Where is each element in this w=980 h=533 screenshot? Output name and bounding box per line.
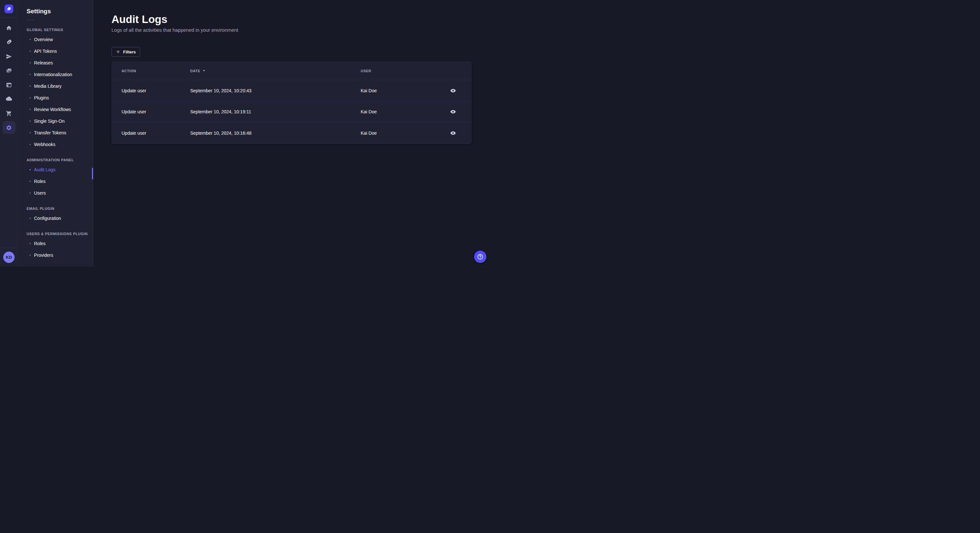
audit-logs-table: ACTION DATE ▼ USER Update user September… [111, 62, 471, 144]
sidebar-item-providers[interactable]: Providers [19, 249, 93, 261]
sidebar-item-audit-logs[interactable]: Audit Logs [19, 164, 93, 176]
sidebar-item-admin-roles[interactable]: Roles [19, 176, 93, 187]
sidebar-title: Settings [19, 8, 93, 15]
cell-user: Kai Doe [361, 109, 449, 114]
divider [27, 20, 34, 20]
section-label-email-plugin: EMAIL PLUGIN [27, 206, 93, 211]
cell-action: Update user [121, 88, 190, 93]
sidebar-item-overview[interactable]: Overview [19, 34, 93, 45]
eye-icon [450, 130, 456, 136]
table-row[interactable]: Update user September 10, 2024, 10:20:43… [112, 80, 471, 102]
cell-user: Kai Doe [361, 130, 449, 136]
avatar[interactable]: KD [3, 252, 14, 263]
nav-list-administration-panel: Audit Logs Roles Users [19, 164, 93, 199]
cell-date: September 10, 2024, 10:20:43 [190, 88, 361, 93]
strapi-logo-glyph [6, 6, 12, 12]
column-header-date-label: DATE [190, 69, 200, 73]
sort-desc-icon: ▼ [202, 70, 205, 72]
cell-date: September 10, 2024, 10:16:48 [190, 130, 361, 136]
layout-panel-icon[interactable] [3, 78, 16, 92]
main-content: Audit Logs Logs of all the activities th… [94, 0, 490, 266]
question-mark-icon [477, 253, 484, 260]
nav-list-global-settings: Overview API Tokens Releases Internation… [19, 34, 93, 150]
page-title: Audit Logs [111, 14, 471, 25]
page-subtitle: Logs of all the activities that happened… [111, 27, 471, 33]
eye-icon [450, 109, 456, 115]
sidebar-item-internationalization[interactable]: Internationalization [19, 69, 93, 80]
cell-action: Update user [121, 109, 190, 114]
sidebar-item-up-roles[interactable]: Roles [19, 238, 93, 249]
view-details-button[interactable] [449, 129, 457, 137]
active-item-indicator [92, 168, 93, 179]
home-icon[interactable] [3, 21, 16, 35]
cart-icon[interactable] [3, 106, 16, 121]
view-details-button[interactable] [449, 108, 457, 116]
section-label-global-settings: GLOBAL SETTINGS [27, 28, 93, 32]
sidebar-item-single-sign-on[interactable]: Single Sign-On [19, 115, 93, 127]
view-details-button[interactable] [449, 87, 457, 95]
cell-action: Update user [121, 130, 190, 136]
strapi-logo-icon[interactable] [5, 5, 13, 13]
section-label-users-permissions-plugin: USERS & PERMISSIONS PLUGIN [27, 232, 93, 236]
feather-icon[interactable] [3, 35, 16, 49]
gear-icon[interactable] [3, 121, 16, 134]
paper-plane-icon[interactable] [3, 49, 16, 63]
rail-bottom: KD [0, 248, 18, 266]
table-row[interactable]: Update user September 10, 2024, 10:16:48… [112, 122, 471, 143]
icon-rail: KD [0, 0, 18, 266]
column-header-action: ACTION [121, 69, 190, 73]
images-icon[interactable] [3, 63, 16, 78]
logo-container [0, 0, 18, 18]
sidebar-item-plugins[interactable]: Plugins [19, 92, 93, 104]
filter-icon [116, 49, 121, 54]
settings-sidebar: Settings GLOBAL SETTINGS Overview API To… [19, 0, 93, 266]
cloud-icon[interactable] [3, 92, 16, 106]
section-label-administration-panel: ADMINISTRATION PANEL [27, 158, 93, 162]
eye-icon [450, 88, 456, 94]
sidebar-item-review-workflows[interactable]: Review Workflows [19, 104, 93, 115]
column-header-date-sort[interactable]: DATE ▼ [190, 69, 361, 73]
sidebar-item-users[interactable]: Users [19, 187, 93, 199]
filters-button[interactable]: Filters [111, 47, 140, 57]
cell-user: Kai Doe [361, 88, 449, 93]
sidebar-item-transfer-tokens[interactable]: Transfer Tokens [19, 127, 93, 139]
table-header-row: ACTION DATE ▼ USER [112, 62, 471, 80]
nav-list-email-plugin: Configuration [19, 213, 93, 224]
sidebar-item-configuration[interactable]: Configuration [19, 213, 93, 224]
table-row[interactable]: Update user September 10, 2024, 10:19:11… [112, 102, 471, 122]
sidebar-item-releases[interactable]: Releases [19, 57, 93, 69]
sidebar-item-media-library[interactable]: Media Library [19, 80, 93, 92]
column-header-user: USER [361, 69, 449, 73]
help-button[interactable] [474, 251, 487, 263]
sidebar-item-webhooks[interactable]: Webhooks [19, 139, 93, 150]
nav-list-users-permissions-plugin: Roles Providers [19, 238, 93, 261]
cell-date: September 10, 2024, 10:19:11 [190, 109, 361, 114]
sidebar-item-api-tokens[interactable]: API Tokens [19, 45, 93, 57]
rail-items [3, 18, 16, 135]
filters-button-label: Filters [123, 49, 136, 54]
